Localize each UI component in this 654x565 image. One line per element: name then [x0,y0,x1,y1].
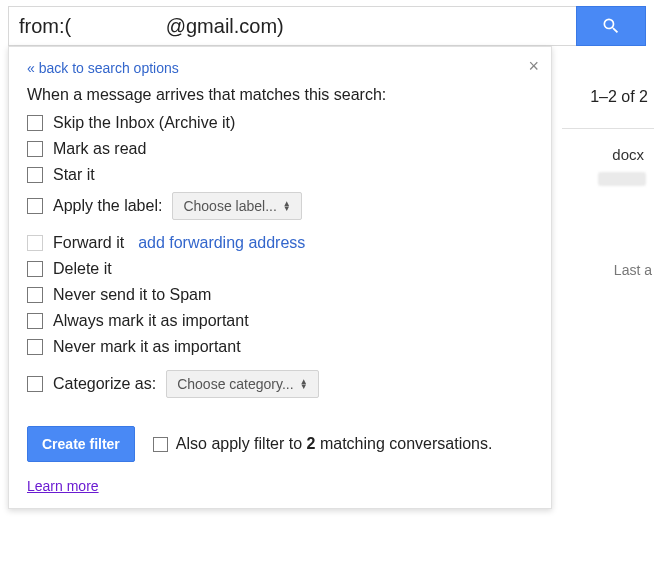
checkbox-icon[interactable] [27,141,43,157]
option-label: Forward it [53,234,124,252]
option-label: Always mark it as important [53,312,249,330]
category-dropdown[interactable]: Choose category... ▲▼ [166,370,318,398]
option-label: Categorize as: [53,375,156,393]
sort-caret-icon: ▲▼ [283,201,291,211]
dropdown-text: Choose category... [177,376,293,392]
panel-actions: Create filter Also apply filter to 2 mat… [27,426,535,462]
checkbox-icon[interactable] [27,235,43,251]
option-label: Never send it to Spam [53,286,211,304]
search-bar [0,0,654,46]
option-label: Star it [53,166,95,184]
checkbox-icon[interactable] [27,115,43,131]
option-never-important[interactable]: Never mark it as important [27,338,535,356]
create-filter-button[interactable]: Create filter [27,426,135,462]
checkbox-icon[interactable] [27,198,43,214]
checkbox-icon[interactable] [27,339,43,355]
option-categorize[interactable]: Categorize as: Choose category... ▲▼ [27,370,535,398]
last-activity-fragment: Last a [614,262,652,278]
checkbox-icon[interactable] [27,313,43,329]
option-label: Mark as read [53,140,146,158]
checkbox-icon[interactable] [27,261,43,277]
sort-caret-icon: ▲▼ [300,379,308,389]
filter-panel: × « back to search options When a messag… [8,46,552,509]
close-icon[interactable]: × [528,57,539,75]
option-label: Apply the label: [53,197,162,215]
option-label: Delete it [53,260,112,278]
add-forwarding-link[interactable]: add forwarding address [138,234,305,252]
blurred-text [598,172,646,186]
option-delete[interactable]: Delete it [27,260,535,278]
checkbox-icon[interactable] [27,167,43,183]
search-button[interactable] [576,6,646,46]
search-input[interactable] [8,6,576,46]
option-never-spam[interactable]: Never send it to Spam [27,286,535,304]
checkbox-icon[interactable] [153,437,168,452]
learn-more-link[interactable]: Learn more [27,478,99,494]
label-dropdown[interactable]: Choose label... ▲▼ [172,192,301,220]
back-to-search-link[interactable]: « back to search options [27,60,179,76]
option-forward[interactable]: Forward it add forwarding address [27,234,535,252]
option-star[interactable]: Star it [27,166,535,184]
checkbox-icon[interactable] [27,376,43,392]
option-mark-read[interactable]: Mark as read [27,140,535,158]
option-skip-inbox[interactable]: Skip the Inbox (Archive it) [27,114,535,132]
file-name-fragment: docx [612,146,644,163]
divider [562,128,654,129]
dropdown-text: Choose label... [183,198,276,214]
option-apply-label[interactable]: Apply the label: Choose label... ▲▼ [27,192,535,220]
option-also-apply[interactable]: Also apply filter to 2 matching conversa… [153,435,493,453]
search-icon [601,16,621,36]
option-always-important[interactable]: Always mark it as important [27,312,535,330]
filter-intro-text: When a message arrives that matches this… [27,86,535,104]
option-label: Skip the Inbox (Archive it) [53,114,235,132]
also-apply-label: Also apply filter to 2 matching conversa… [176,435,493,453]
option-label: Never mark it as important [53,338,241,356]
results-count: 1–2 of 2 [590,88,648,106]
checkbox-icon[interactable] [27,287,43,303]
